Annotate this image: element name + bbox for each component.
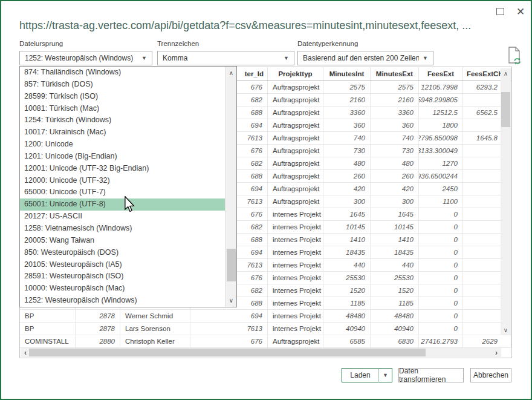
table-cell: 1645	[371, 208, 419, 220]
table-cell: Auftragsprojekt	[268, 107, 323, 119]
table-cell: 0	[419, 284, 463, 297]
dropdown-item[interactable]: 12000: Unicode (UTF-32)	[20, 175, 225, 187]
cancel-button[interactable]: Abbrechen	[470, 368, 511, 382]
dropdown-item[interactable]: 65000: Unicode (UTF-7)	[20, 186, 225, 198]
dropdown-item[interactable]: 1258: Vietnamesisch (Windows)	[20, 223, 225, 235]
dropdown-item[interactable]: 12001: Unicode (UTF-32 Big-Endian)	[20, 163, 225, 175]
dropdown-item[interactable]: 10081: Türkisch (Mac)	[20, 103, 225, 115]
dropdown-scroll-thumb[interactable]	[227, 249, 236, 281]
table-cell: 2878	[76, 323, 120, 335]
table-cell: Auftragsprojekt	[268, 132, 323, 144]
table-cell: 420	[323, 183, 371, 195]
table-cell: internes Projekt	[268, 246, 323, 258]
table-cell: Auftragsprojekt	[268, 170, 323, 182]
dropdown-item[interactable]: 1200: Unicode	[20, 139, 225, 151]
table-cell: 300	[371, 195, 419, 208]
dropdown-item[interactable]: 28599: Türkisch (ISO)	[20, 91, 225, 103]
dropdown-item[interactable]: 1252: Westeuropäisch (Windows)	[20, 295, 225, 307]
dropdown-scrollbar[interactable]: ∧ ∨	[225, 67, 236, 307]
file-origin-dropdown: 874: Thailändisch (Windows)857: Türkisch…	[19, 66, 237, 307]
table-row: BP2878Lars Sorenson7613internes Projekt4…	[20, 323, 511, 335]
scroll-down-icon[interactable]: ∨	[501, 325, 511, 335]
table-cell: 1645	[323, 208, 371, 220]
table-vertical-scrollbar[interactable]: ∧ ∨	[501, 68, 511, 335]
table-cell: 2575	[371, 81, 419, 93]
table-cell: 1185	[371, 297, 419, 309]
scroll-down-icon[interactable]: ∨	[225, 295, 237, 306]
dropdown-item[interactable]: 850: Westeuropäisch (DOS)	[20, 247, 225, 259]
vertical-scroll-thumb[interactable]	[501, 92, 510, 127]
dropdown-item[interactable]: 20127: US-ASCII	[20, 211, 225, 223]
dropdown-item[interactable]: 874: Thailändisch (Windows)	[20, 67, 225, 79]
table-cell: 1800	[419, 119, 463, 131]
table-cell: 936.6500244	[419, 170, 463, 182]
table-horizontal-scrollbar[interactable]: ‹ ›	[21, 348, 501, 357]
dropdown-item[interactable]: 65001: Unicode (UTF-8)	[20, 198, 225, 211]
table-cell: 1410	[323, 234, 371, 246]
maximize-icon	[496, 8, 504, 15]
table-cell: internes Projekt	[268, 221, 323, 233]
table-cell: 360	[371, 119, 419, 131]
table-cell: 260	[371, 170, 419, 182]
file-origin-select[interactable]: 1252: Westeuropäisch (Windows) ▼	[19, 51, 152, 65]
type-detection-value: Basierend auf den ersten 200 Zeilen	[303, 54, 419, 62]
table-cell: COMINSTALL	[20, 335, 76, 347]
page-title: https://trasta-ag.vertec.com/api/bi/getd…	[19, 19, 501, 32]
table-cell: 694	[190, 310, 268, 322]
table-cell: 0	[419, 323, 463, 335]
table-cell: 260	[323, 170, 371, 182]
scroll-right-icon[interactable]: ›	[491, 348, 501, 357]
refresh-file-icon[interactable]	[507, 46, 522, 65]
table-cell: BP	[20, 323, 76, 335]
table-cell: internes Projekt	[268, 259, 323, 271]
load-button[interactable]: Laden	[342, 368, 379, 382]
dropdown-item[interactable]: 20105: Westeuropäisch (IA5)	[20, 259, 225, 271]
transform-data-button[interactable]: Daten transformieren	[398, 368, 464, 382]
dropdown-item[interactable]: 1254: Türkisch (Windows)	[20, 114, 225, 126]
table-cell: Auftragsprojekt	[268, 157, 323, 169]
scroll-up-icon[interactable]: ∧	[225, 68, 237, 78]
type-detection-select[interactable]: Basierend auf den ersten 200 Zeilen ▼	[297, 51, 433, 65]
table-cell: internes Projekt	[268, 234, 323, 246]
dropdown-item[interactable]: 857: Türkisch (DOS)	[20, 79, 225, 91]
table-cell: 300	[323, 195, 371, 208]
horizontal-scroll-thumb[interactable]	[29, 349, 426, 356]
dropdown-item[interactable]: 20005: Wang Taiwan	[20, 235, 225, 247]
table-cell: 7613	[190, 323, 268, 335]
table-cell: 0	[419, 310, 463, 322]
table-cell: 48480	[323, 310, 371, 322]
table-cell: 2575	[323, 81, 371, 93]
table-cell: 730	[371, 145, 419, 157]
header-cell: MinutesInt	[323, 67, 371, 80]
table-cell: 18435	[371, 246, 419, 258]
load-split-arrow-button[interactable]: ▼	[378, 368, 392, 382]
cancel-button-label: Abbrechen	[473, 371, 508, 379]
type-detection-label: Datentyperkennung	[297, 40, 358, 47]
table-cell: Auftragsprojekt	[268, 195, 323, 208]
table-cell: 0	[419, 272, 463, 284]
dropdown-item[interactable]: 10017: Ukrainisch (Mac)	[20, 126, 225, 139]
delimiter-select[interactable]: Komma ▼	[157, 51, 294, 65]
table-cell: 1100	[419, 195, 463, 208]
table-cell: 12105.7998	[419, 81, 463, 93]
table-cell: 3360	[323, 107, 371, 119]
table-cell: 2795.850098	[419, 132, 463, 144]
table-cell: 740	[323, 132, 371, 144]
delimiter-label: Trennzeichen	[157, 40, 199, 47]
dropdown-item[interactable]: 1201: Unicode (Big-Endian)	[20, 151, 225, 163]
dropdown-item[interactable]: 28591: Westeuropäisch (ISO)	[20, 270, 225, 283]
dropdown-item-list: 874: Thailändisch (Windows)857: Türkisch…	[20, 67, 225, 307]
table-row: COMINSTALL2880Christoph Keller676Auftrag…	[20, 335, 511, 348]
table-cell: internes Projekt	[268, 208, 323, 220]
table-cell: 1270	[419, 157, 463, 169]
maximize-button[interactable]	[493, 5, 507, 18]
scroll-up-icon[interactable]: ∧	[501, 68, 511, 78]
table-cell: 440	[371, 259, 419, 271]
table-cell: internes Projekt	[268, 310, 323, 322]
table-cell: 5948.299805	[419, 94, 463, 106]
table-cell: 2450	[419, 183, 463, 195]
table-cell: 10145	[371, 221, 419, 233]
table-cell: 2880	[76, 335, 120, 347]
close-button[interactable]: ✕	[514, 5, 527, 18]
dropdown-item[interactable]: 10000: Westeuropäisch (Mac)	[20, 283, 225, 295]
